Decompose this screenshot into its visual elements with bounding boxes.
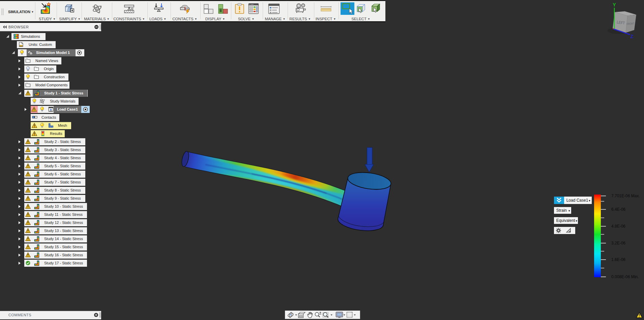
- svg-text:Z: Z: [630, 33, 633, 39]
- svg-text:FRONT: FRONT: [626, 22, 635, 26]
- svg-text:Y: Y: [613, 2, 616, 7]
